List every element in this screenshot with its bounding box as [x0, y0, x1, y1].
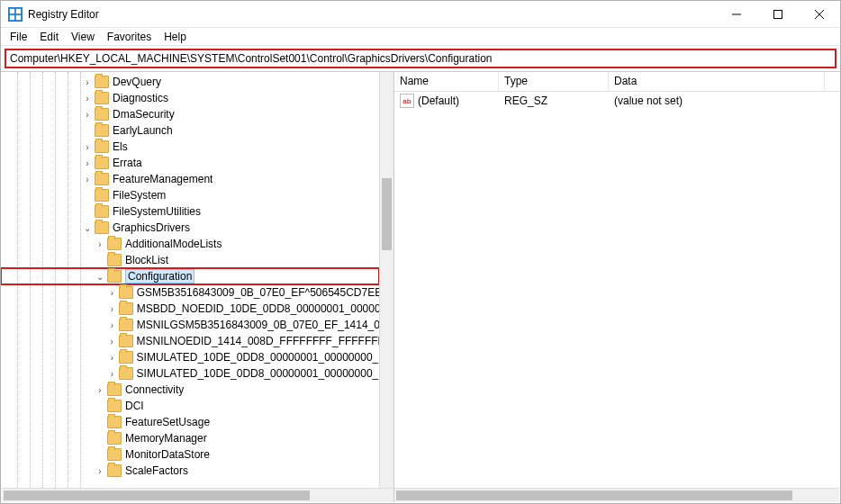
collapsed-icon[interactable]: ›: [80, 107, 95, 122]
tree-item[interactable]: ›Els: [1, 139, 379, 155]
collapsed-icon[interactable]: ›: [80, 156, 95, 170]
tree-item[interactable]: ›Errata: [1, 155, 379, 171]
value-data: (value not set): [609, 94, 825, 107]
collapsed-icon[interactable]: ›: [105, 302, 119, 316]
tree-item[interactable]: ›DevQuery: [1, 74, 379, 90]
menu-favorites[interactable]: Favorites: [107, 31, 151, 43]
folder-icon: [107, 400, 122, 412]
string-value-icon: ab: [400, 94, 414, 108]
tree-item[interactable]: ›ScaleFactors: [1, 463, 379, 479]
expanded-icon[interactable]: ⌄: [93, 269, 107, 284]
hscrollbar[interactable]: [2, 488, 839, 502]
address-input[interactable]: [6, 50, 835, 67]
tree-item[interactable]: MemoryManager: [1, 430, 379, 446]
tree-item-label: DmaSecurity: [113, 108, 175, 121]
collapsed-icon[interactable]: ›: [80, 91, 95, 105]
tree-item-label: EarlyLaunch: [113, 124, 173, 137]
tree-item[interactable]: FileSystem: [1, 187, 379, 203]
maximize-button[interactable]: [757, 1, 799, 28]
folder-icon: [95, 124, 109, 137]
folder-icon: [119, 351, 133, 364]
column-type[interactable]: Type: [499, 72, 609, 91]
collapsed-icon[interactable]: ›: [93, 382, 107, 397]
tree-item-label: SIMULATED_10DE_0DD8_00000001_00000000_13…: [137, 367, 379, 380]
list-header: Name Type Data: [394, 72, 840, 92]
folder-icon: [107, 238, 122, 250]
tree-item[interactable]: ›MSBDD_NOEDID_10DE_0DD8_00000001_0000000…: [1, 301, 379, 317]
folder-icon: [119, 302, 133, 315]
tree-item[interactable]: EarlyLaunch: [1, 122, 379, 139]
tree-item[interactable]: ›MSNILNOEDID_1414_008D_FFFFFFFF_FFFFFFFF…: [1, 333, 379, 349]
tree-item[interactable]: ›FeatureManagement: [1, 171, 379, 187]
svg-rect-0: [10, 8, 14, 13]
list-body[interactable]: ab(Default)REG_SZ(value not set): [394, 92, 840, 488]
collapsed-icon[interactable]: ›: [105, 334, 119, 348]
tree-item-label: DevQuery: [113, 76, 161, 88]
menu-view[interactable]: View: [71, 31, 95, 43]
tree-item-label: FeatureManagement: [113, 173, 213, 185]
collapsed-icon[interactable]: ›: [93, 237, 107, 251]
expanded-icon[interactable]: ⌄: [80, 220, 95, 235]
tree-item[interactable]: ›Connectivity: [1, 382, 379, 398]
tree-item[interactable]: ⌄Configuration: [1, 268, 379, 284]
folder-icon: [95, 205, 109, 218]
tree-vscrollbar[interactable]: [379, 72, 393, 488]
column-name[interactable]: Name: [394, 72, 499, 91]
tree-item[interactable]: ⌄GraphicsDrivers: [1, 220, 379, 236]
no-expander: [80, 188, 95, 202]
tree-item[interactable]: ›AdditionalModeLists: [1, 236, 379, 252]
folder-icon: [95, 173, 109, 185]
tree-item-label: GSM5B3516843009_0B_07E0_EF^506545CD7EE52…: [137, 286, 379, 299]
minimize-button[interactable]: [716, 1, 757, 28]
svg-rect-1: [16, 8, 21, 13]
tree-item[interactable]: FileSystemUtilities: [1, 203, 379, 220]
folder-icon: [95, 108, 109, 121]
menu-edit[interactable]: Edit: [40, 31, 59, 43]
tree-item-label: MSNILGSM5B3516843009_0B_07E0_EF_1414_008…: [137, 319, 379, 331]
tree-pane: ›DevQuery›Diagnostics›DmaSecurityEarlyLa…: [1, 72, 394, 488]
tree-item[interactable]: FeatureSetUsage: [1, 414, 379, 430]
folder-icon: [95, 157, 109, 169]
svg-rect-5: [774, 10, 782, 18]
tree-item-label: SIMULATED_10DE_0DD8_00000001_00000000_11…: [137, 351, 379, 364]
tree-item[interactable]: ›MSNILGSM5B3516843009_0B_07E0_EF_1414_00…: [1, 317, 379, 333]
tree-item[interactable]: ›GSM5B3516843009_0B_07E0_EF^506545CD7EE5…: [1, 284, 379, 301]
collapsed-icon[interactable]: ›: [105, 285, 119, 300]
collapsed-icon[interactable]: ›: [80, 140, 95, 154]
menu-file[interactable]: File: [10, 31, 27, 43]
value-type: REG_SZ: [499, 94, 609, 107]
collapsed-icon[interactable]: ›: [80, 172, 95, 186]
tree-item-label: Diagnostics: [113, 92, 168, 104]
folder-icon: [107, 432, 122, 445]
tree-item-label: ScaleFactors: [125, 464, 188, 477]
tree[interactable]: ›DevQuery›Diagnostics›DmaSecurityEarlyLa…: [1, 72, 379, 488]
collapsed-icon[interactable]: ›: [93, 464, 107, 478]
tree-item[interactable]: MonitorDataStore: [1, 446, 379, 463]
column-data[interactable]: Data: [609, 72, 825, 91]
folder-icon: [95, 140, 109, 153]
collapsed-icon[interactable]: ›: [105, 366, 119, 381]
no-expander: [80, 204, 95, 219]
tree-item[interactable]: ›SIMULATED_10DE_0DD8_00000001_00000000_1…: [1, 365, 379, 382]
menu-help[interactable]: Help: [164, 31, 186, 43]
tree-item[interactable]: DCI: [1, 398, 379, 414]
no-expander: [80, 123, 95, 138]
collapsed-icon[interactable]: ›: [80, 75, 95, 89]
tree-item[interactable]: ›DmaSecurity: [1, 106, 379, 122]
menubar: File Edit View Favorites Help: [1, 28, 840, 46]
window-title: Registry Editor: [28, 8, 99, 21]
folder-icon: [107, 416, 122, 428]
collapsed-icon[interactable]: ›: [105, 318, 119, 332]
close-button[interactable]: [799, 1, 840, 28]
value-row[interactable]: ab(Default)REG_SZ(value not set): [394, 92, 840, 110]
collapsed-icon[interactable]: ›: [105, 350, 119, 364]
tree-item[interactable]: ›SIMULATED_10DE_0DD8_00000001_00000000_1…: [1, 349, 379, 365]
values-pane: Name Type Data ab(Default)REG_SZ(value n…: [394, 72, 840, 488]
tree-item-label: FeatureSetUsage: [125, 416, 210, 428]
tree-item[interactable]: BlockList: [1, 252, 379, 268]
tree-item-label: BlockList: [125, 254, 168, 266]
tree-item[interactable]: ›Diagnostics: [1, 90, 379, 106]
tree-item-label: Errata: [113, 157, 142, 169]
no-expander: [93, 253, 107, 267]
folder-icon: [95, 189, 109, 202]
